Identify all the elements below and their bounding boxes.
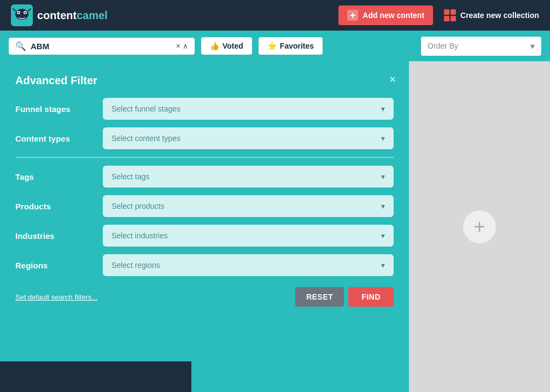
search-input-area[interactable]: 🔍 ABM × ∧ xyxy=(9,38,195,55)
regions-placeholder: Select regions xyxy=(112,261,160,270)
top-navigation: contentcamel + Add new content Create ne… xyxy=(0,0,550,31)
products-dropdown[interactable]: Select products ▾ xyxy=(103,195,394,217)
voted-icon: 👍 xyxy=(210,42,219,50)
clear-icon[interactable]: × xyxy=(176,42,180,50)
filter-divider xyxy=(15,157,394,158)
search-bar: 🔍 ABM × ∧ 👍 Voted ⭐ Favorites Order By ▾ xyxy=(0,31,550,61)
reset-button[interactable]: RESET xyxy=(295,287,344,307)
filter-close-button[interactable]: × xyxy=(389,73,396,86)
tags-label: Tags xyxy=(15,172,103,182)
regions-dropdown[interactable]: Select regions ▾ xyxy=(103,254,394,276)
content-types-row: Content types Select content types ▾ xyxy=(15,127,394,149)
right-panel: + xyxy=(409,61,550,392)
order-by-label: Order By xyxy=(428,42,526,50)
tags-row: Tags Select tags ▾ xyxy=(15,166,394,188)
funnel-stages-dropdown[interactable]: Select funnel stages ▾ xyxy=(103,98,394,120)
logo-text: contentcamel xyxy=(37,9,108,22)
voted-button[interactable]: 👍 Voted xyxy=(201,37,252,55)
bottom-bar xyxy=(0,361,191,392)
filter-title: Advanced Filter xyxy=(15,74,394,87)
main-content: Advanced Filter × Funnel stages Select f… xyxy=(0,61,550,392)
add-collection-plus-button[interactable]: + xyxy=(463,210,496,243)
collapse-icon[interactable]: ∧ xyxy=(183,42,188,50)
svg-point-4 xyxy=(18,12,20,14)
svg-point-1 xyxy=(15,9,28,20)
products-placeholder: Select products xyxy=(112,202,165,210)
chevron-down-icon: ▾ xyxy=(381,261,385,270)
chevron-down-icon: ▾ xyxy=(381,172,385,181)
chevron-down-icon: ▾ xyxy=(530,41,535,51)
industries-row: Industries Select industries ▾ xyxy=(15,225,394,247)
logo-icon xyxy=(11,4,33,26)
set-default-link[interactable]: Set default search filters... xyxy=(15,293,295,301)
regions-row: Regions Select regions ▾ xyxy=(15,254,394,276)
svg-point-5 xyxy=(25,12,26,14)
favorites-icon: ⭐ xyxy=(267,42,277,50)
regions-label: Regions xyxy=(15,261,103,270)
advanced-filter-panel: Advanced Filter × Funnel stages Select f… xyxy=(0,61,409,392)
chevron-down-icon: ▾ xyxy=(381,134,385,143)
products-row: Products Select products ▾ xyxy=(15,195,394,217)
logo: contentcamel xyxy=(11,4,108,26)
add-icon: + xyxy=(347,10,358,21)
chevron-down-icon: ▾ xyxy=(381,202,385,210)
content-types-placeholder: Select content types xyxy=(112,134,180,143)
add-content-button[interactable]: + Add new content xyxy=(338,5,433,25)
content-types-label: Content types xyxy=(15,134,103,143)
tags-dropdown[interactable]: Select tags ▾ xyxy=(103,166,394,188)
find-button[interactable]: FIND xyxy=(348,287,394,307)
filter-footer: Set default search filters... RESET FIND xyxy=(15,287,394,307)
order-by-dropdown[interactable]: Order By ▾ xyxy=(421,37,541,56)
chevron-down-icon: ▾ xyxy=(381,231,385,240)
collection-icon xyxy=(444,9,456,21)
chevron-down-icon: ▾ xyxy=(381,104,385,113)
tags-placeholder: Select tags xyxy=(112,172,149,181)
funnel-stages-row: Funnel stages Select funnel stages ▾ xyxy=(15,98,394,120)
create-collection-button[interactable]: Create new collection xyxy=(444,9,539,21)
search-icon: 🔍 xyxy=(15,41,26,51)
funnel-stages-placeholder: Select funnel stages xyxy=(112,104,180,113)
products-label: Products xyxy=(15,202,103,211)
industries-label: Industries xyxy=(15,231,103,241)
content-types-dropdown[interactable]: Select content types ▾ xyxy=(103,127,394,149)
industries-dropdown[interactable]: Select industries ▾ xyxy=(103,225,394,247)
industries-placeholder: Select industries xyxy=(112,231,168,240)
funnel-stages-label: Funnel stages xyxy=(15,104,103,114)
search-controls: × ∧ xyxy=(176,42,188,50)
favorites-button[interactable]: ⭐ Favorites xyxy=(259,37,323,55)
search-value: ABM xyxy=(31,42,172,51)
